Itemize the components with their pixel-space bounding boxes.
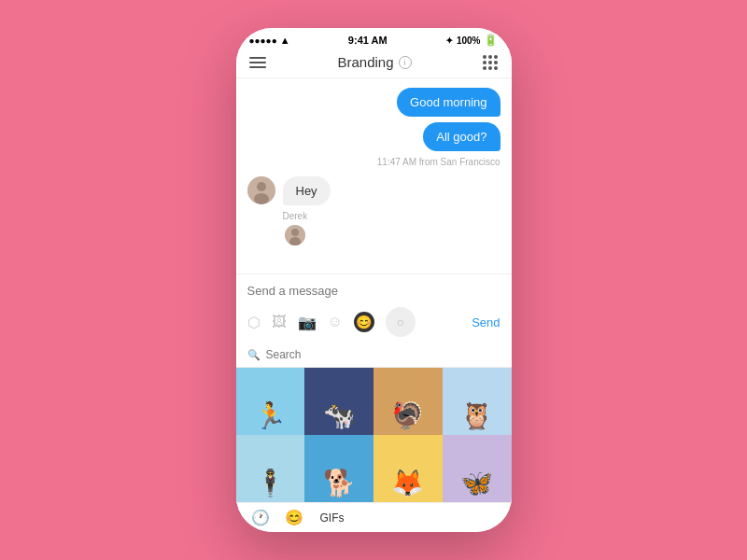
svg-point-4 (291, 229, 299, 236)
gif-panel: 🔍 🏃 🐄 🦃 🦉 🕴 🐕 � (236, 343, 512, 502)
sticker-cell-8[interactable]: 🦋 (443, 435, 512, 502)
svg-point-1 (257, 182, 266, 191)
battery-icon: 🔋 (484, 34, 498, 47)
grid-button[interactable] (483, 55, 498, 70)
hamburger-line-1 (249, 57, 266, 59)
wifi-icon: ▲ (280, 35, 290, 46)
sticker-grid: 🏃 🐄 🦃 🦉 🕴 🐕 🦊 🦋 (236, 368, 512, 502)
sticker-cell-2[interactable]: 🐄 (304, 368, 374, 435)
sticker-cell-7[interactable]: 🦊 (374, 435, 443, 502)
toolbar-row: ⬡ 🖼 📷 ☺ 😊 ○ Send (247, 307, 500, 337)
grid-dot (488, 55, 492, 59)
grid-dot (483, 61, 486, 64)
grid-dot (488, 61, 492, 64)
grid-dot (494, 66, 498, 70)
status-right: ✦ 100% 🔋 (445, 34, 499, 47)
sticker-cell-3[interactable]: 🦃 (374, 368, 443, 435)
hamburger-line-3 (249, 66, 266, 68)
signal-dot: ●●●●● (249, 35, 277, 46)
message-row-received: Hey (247, 176, 500, 205)
sticker-figure-8: 🦋 (460, 468, 493, 498)
message-bubble-sent-2: All good? (423, 122, 500, 151)
sticker-figure-1: 🏃 (254, 400, 287, 431)
sticker-cell-4[interactable]: 🦉 (443, 368, 512, 435)
grid-dot (494, 55, 498, 59)
sticker-figure-7: 🦊 (391, 468, 424, 498)
status-bar: ●●●●● ▲ 9:41 AM ✦ 100% 🔋 (236, 28, 512, 50)
status-time: 9:41 AM (348, 35, 388, 46)
gif-search-input[interactable] (266, 348, 500, 361)
send-button[interactable]: Send (472, 315, 500, 329)
grid-dot (488, 66, 492, 70)
sticker-figure-5: 🕴 (254, 468, 287, 498)
tab-gifs-label[interactable]: GIFs (320, 511, 345, 525)
attachment-icon[interactable]: ⬡ (247, 314, 261, 331)
input-area: ⬡ 🖼 📷 ☺ 😊 ○ Send (236, 273, 512, 343)
signal-bars: ●●●●● ▲ (249, 35, 290, 46)
image-icon[interactable]: 🖼 (272, 314, 287, 330)
sticker-cell-5[interactable]: 🕴 (236, 435, 305, 502)
sticker-cell-1[interactable]: 🏃 (236, 368, 305, 435)
search-icon: 🔍 (247, 349, 261, 361)
phone-frame: ●●●●● ▲ 9:41 AM ✦ 100% 🔋 Branding i (236, 28, 512, 532)
grid-dot (483, 55, 486, 59)
message-timestamp: 11:47 AM from San Francisco (377, 157, 500, 167)
message-bubble-sent-1: Good morning (397, 88, 500, 117)
sticker-figure-2: 🐄 (323, 400, 356, 431)
location-icon[interactable]: ☺ (328, 314, 343, 330)
message-input[interactable] (247, 282, 500, 300)
hamburger-line-2 (249, 62, 266, 63)
battery-label: 100% (457, 35, 481, 46)
svg-point-2 (254, 193, 269, 204)
info-icon[interactable]: i (399, 56, 412, 69)
camera-icon[interactable]: 📷 (298, 314, 317, 331)
sticker-figure-3: 🦃 (391, 400, 424, 431)
sticker-figure-6: 🐕 (323, 468, 356, 498)
sticker-cell-6[interactable]: 🐕 (304, 435, 374, 502)
chat-area: Good morning All good? 11:47 AM from San… (236, 78, 512, 273)
sender-avatar (247, 176, 275, 204)
sticker-figure-4: 🦉 (460, 400, 493, 431)
grid-dot (483, 66, 486, 70)
menu-button[interactable] (249, 57, 266, 68)
grid-dot (494, 61, 498, 64)
voice-button[interactable]: ○ (386, 307, 416, 337)
message-bubble-received: Hey (283, 176, 331, 205)
bluetooth-icon: ✦ (445, 35, 453, 46)
typing-avatar (285, 225, 305, 245)
nav-title: Branding i (337, 54, 411, 70)
bottom-tab-bar: 🕐 😊 GIFs (236, 502, 512, 532)
sender-name: Derek (283, 211, 500, 221)
tab-clock-icon[interactable]: 🕐 (251, 509, 270, 526)
gif-search-bar: 🔍 (236, 343, 512, 368)
tab-emoji-icon[interactable]: 😊 (285, 509, 303, 526)
emoji-button[interactable]: 😊 (354, 312, 374, 332)
nav-bar: Branding i (236, 50, 512, 78)
